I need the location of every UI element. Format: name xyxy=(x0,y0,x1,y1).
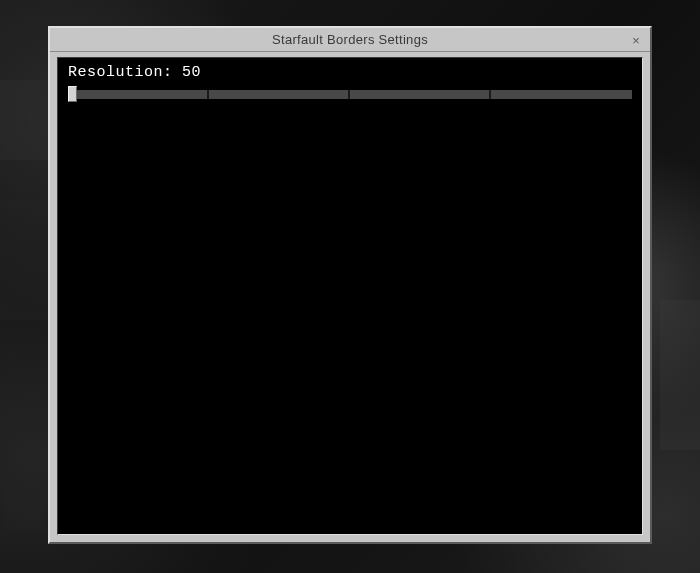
settings-window: Starfault Borders Settings × Resolution:… xyxy=(48,26,652,544)
resolution-slider[interactable] xyxy=(68,87,632,101)
window-body: Resolution: 50 xyxy=(57,57,643,535)
resolution-value: 50 xyxy=(182,64,201,81)
slider-thumb[interactable] xyxy=(68,86,77,102)
slider-track xyxy=(68,90,632,99)
resolution-label: Resolution: 50 xyxy=(68,64,632,81)
titlebar: Starfault Borders Settings × xyxy=(50,28,650,52)
close-icon[interactable]: × xyxy=(628,32,644,48)
window-title: Starfault Borders Settings xyxy=(272,32,428,47)
